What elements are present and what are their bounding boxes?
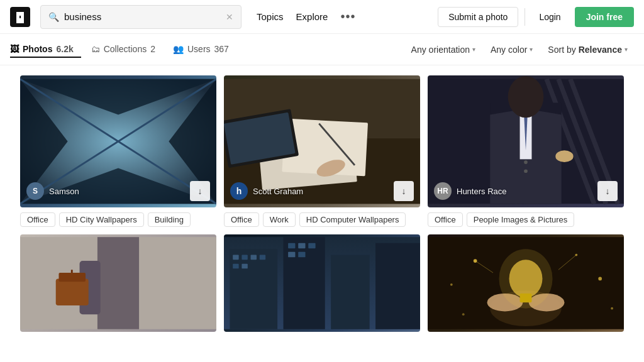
- tab-users[interactable]: 👥 Users 367: [173, 41, 236, 58]
- card-2-footer: h Scott Graham ↓: [230, 181, 414, 201]
- image-row-2: ♡ + ♡: [0, 232, 644, 332]
- tag-work[interactable]: Work: [263, 212, 296, 227]
- tag-office-2[interactable]: Office: [224, 212, 259, 227]
- svg-point-59: [474, 259, 477, 263]
- filter-bar: 🖼 Photos 6.2k 🗂 Collections 2 👥 Users 36…: [0, 34, 644, 65]
- svg-rect-33: [56, 278, 89, 305]
- users-tab-icon: 👥: [173, 44, 184, 54]
- image-card-2-photo[interactable]: ♡ +: [224, 75, 420, 207]
- svg-rect-41: [233, 255, 238, 260]
- card-3-tags: Office People Images & Pictures: [428, 207, 624, 229]
- users-tab-label: Users: [187, 44, 211, 54]
- color-dropdown[interactable]: Any color ▾: [484, 41, 539, 58]
- svg-rect-37: [230, 249, 277, 329]
- color-label: Any color: [491, 45, 527, 55]
- topics-link[interactable]: Topics: [257, 11, 284, 22]
- orientation-dropdown[interactable]: Any orientation ▾: [405, 41, 482, 58]
- svg-rect-46: [242, 264, 247, 269]
- card-1-tags: Office HD City Wallpapers Building: [20, 207, 216, 229]
- svg-point-63: [462, 313, 465, 315]
- tag-hd-computer[interactable]: HD Computer Wallpapers: [299, 212, 406, 227]
- svg-rect-34: [58, 273, 86, 282]
- image-card-3-photo[interactable]: ♡ +: [428, 75, 624, 207]
- photos-tab-icon: 🖼: [10, 44, 19, 54]
- explore-link[interactable]: Explore: [296, 11, 328, 22]
- collections-tab-icon: 🗂: [91, 44, 100, 54]
- orientation-chevron-icon: ▾: [472, 46, 475, 53]
- svg-point-62: [598, 277, 602, 281]
- users-tab-count: 367: [214, 44, 229, 54]
- more-menu[interactable]: •••: [340, 9, 355, 24]
- image-card-4: ♡ +: [20, 234, 216, 332]
- image-card-5-photo[interactable]: ♡ +: [224, 234, 420, 332]
- avatar-2: h: [230, 182, 248, 200]
- image-card-2: ♡ +: [224, 75, 420, 229]
- author-name-2: Scott Graham: [253, 187, 303, 196]
- photos-tab-label: Photos: [23, 44, 52, 54]
- card-1-author: S Samson: [26, 182, 79, 200]
- tag-hd-city[interactable]: HD City Wallpapers: [59, 212, 144, 227]
- svg-rect-48: [298, 243, 305, 249]
- avatar-1: S: [26, 182, 44, 200]
- filter-dropdowns: Any orientation ▾ Any color ▾ Sort by Re…: [405, 41, 634, 58]
- header-actions: Submit a photo Login Join free: [438, 7, 634, 27]
- svg-rect-45: [233, 264, 238, 269]
- card-2-author: h Scott Graham: [230, 182, 303, 200]
- header: 🔍 ✕ Topics Explore ••• Submit a photo Lo…: [0, 0, 644, 34]
- sort-value: Relevance: [579, 45, 622, 55]
- submit-photo-button[interactable]: Submit a photo: [438, 7, 518, 27]
- tag-people[interactable]: People Images & Pictures: [467, 212, 575, 227]
- clear-icon[interactable]: ✕: [226, 12, 233, 22]
- card-2-tags: Office Work HD Computer Wallpapers: [224, 207, 420, 229]
- svg-point-28: [555, 150, 573, 162]
- search-input[interactable]: [64, 11, 221, 22]
- svg-rect-51: [298, 252, 305, 258]
- svg-rect-31: [97, 237, 139, 329]
- svg-rect-43: [251, 255, 257, 260]
- svg-rect-50: [288, 252, 295, 258]
- collections-tab-label: Collections: [104, 44, 147, 54]
- svg-rect-42: [242, 255, 247, 260]
- svg-rect-0: [10, 7, 30, 27]
- svg-point-61: [450, 283, 453, 286]
- avatar-3: HR: [434, 182, 452, 200]
- unsplash-logo[interactable]: [10, 7, 30, 27]
- orientation-label: Any orientation: [411, 45, 470, 55]
- tag-office-3[interactable]: Office: [428, 212, 463, 227]
- join-button[interactable]: Join free: [575, 7, 634, 27]
- card-row-1: ♡ +: [10, 75, 634, 229]
- card-3-footer: HR Hunters Race ↓: [434, 181, 618, 201]
- search-tabs: 🖼 Photos 6.2k 🗂 Collections 2 👥 Users 36…: [10, 41, 405, 58]
- svg-point-29: [508, 76, 544, 118]
- author-name-1: Samson: [49, 187, 79, 196]
- search-bar: 🔍 ✕: [40, 5, 242, 29]
- tab-photos[interactable]: 🖼 Photos 6.2k: [10, 41, 81, 58]
- card-1-footer: S Samson ↓: [26, 181, 210, 201]
- image-card-1: ♡ +: [20, 75, 216, 229]
- download-button-2[interactable]: ↓: [394, 181, 414, 201]
- tag-office-1[interactable]: Office: [20, 212, 55, 227]
- sort-dropdown[interactable]: Sort by Relevance ▾: [541, 41, 634, 58]
- image-card-3: ♡ +: [428, 75, 624, 229]
- login-button[interactable]: Login: [531, 8, 568, 26]
- color-chevron-icon: ▾: [530, 46, 533, 53]
- tab-collections[interactable]: 🗂 Collections 2: [91, 41, 163, 58]
- svg-point-27: [524, 169, 528, 173]
- tag-building[interactable]: Building: [148, 212, 191, 227]
- image-card-6-photo[interactable]: ♡ +: [428, 234, 624, 332]
- download-button-3[interactable]: ↓: [597, 181, 618, 201]
- image-card-5: ♡ +: [224, 234, 420, 332]
- svg-point-26: [524, 160, 528, 164]
- download-button-1[interactable]: ↓: [190, 181, 210, 201]
- image-card-4-photo[interactable]: ♡ +: [20, 234, 216, 332]
- image-card-1-photo[interactable]: ♡ +: [20, 75, 216, 207]
- sort-label: Sort by: [548, 45, 575, 55]
- svg-rect-39: [331, 255, 369, 329]
- svg-point-58: [499, 249, 552, 309]
- svg-rect-44: [260, 255, 265, 260]
- svg-rect-40: [375, 243, 420, 329]
- nav-links: Topics Explore •••: [257, 9, 355, 24]
- sort-chevron-icon: ▾: [625, 46, 628, 53]
- svg-rect-38: [284, 237, 325, 329]
- svg-rect-47: [288, 243, 295, 249]
